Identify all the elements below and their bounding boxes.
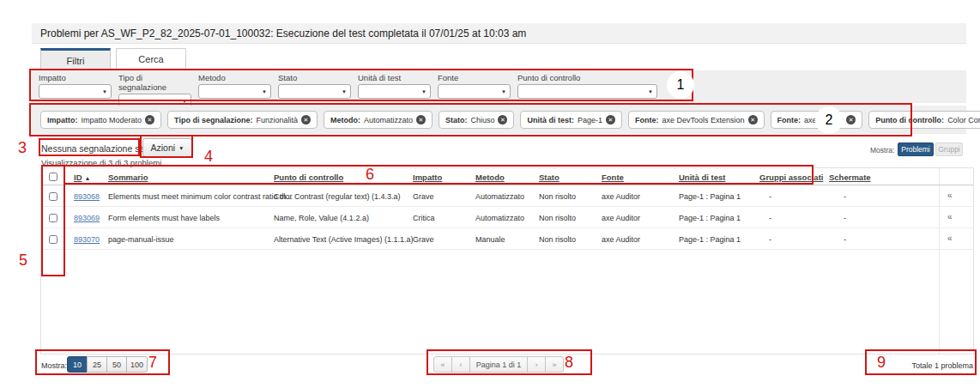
issue-impact: Grave (413, 235, 434, 244)
issue-groups: - (769, 235, 771, 244)
issue-status: Non risolto (539, 214, 576, 222)
issue-screens: - (844, 214, 846, 222)
view-problemi-button[interactable]: Problemi (898, 142, 934, 156)
annotation-label-7: 7 (148, 354, 157, 372)
page-size-10-button[interactable]: 10 (67, 356, 88, 373)
page-size-50-button[interactable]: 50 (106, 356, 127, 373)
column-header-impatto[interactable]: Impatto (413, 173, 442, 182)
metodo-dropdown[interactable]: ▼ (198, 84, 271, 99)
chip-unita-di-test: Unità di test:Page-1✕ (520, 111, 622, 129)
issue-status: Non risolto (539, 192, 576, 201)
issue-screens: - (844, 192, 846, 201)
issue-checkpoint: Name, Role, Value (4.1.2.a) (274, 214, 369, 222)
tab-cerca[interactable]: Cerca (116, 48, 186, 70)
issue-source: axe Auditor (602, 235, 640, 244)
table-header-row: ID▲ Sommario Punto di controllo Impatto … (41, 168, 973, 185)
filter-label: Tipo di segnalazione (118, 73, 191, 92)
chevron-down-icon: ▼ (182, 99, 187, 104)
total-count: Totale 1 problema (911, 361, 973, 370)
column-header-sommario[interactable]: Sommario (108, 173, 148, 182)
annotation-label-5: 5 (19, 252, 27, 270)
results-summary: Visualizzazione di 3 di 3 problemi (41, 158, 161, 167)
column-header-gruppi-associati[interactable]: Gruppi associati (759, 173, 823, 182)
punto-di-controllo-dropdown[interactable]: ▼ (517, 84, 657, 99)
page-size-100-button[interactable]: 100 (126, 356, 148, 373)
row-checkbox[interactable] (49, 214, 57, 222)
chevron-down-icon: ▼ (102, 89, 107, 94)
chip-close-icon[interactable]: ✕ (748, 115, 758, 124)
issue-id-link[interactable]: 893070 (74, 235, 100, 244)
last-page-button[interactable]: » (545, 356, 564, 373)
page-title: Problemi per AS_WF_P2_82_2025-07-01_1000… (40, 27, 526, 39)
filter-chips-panel: Impatto:Impatto Moderato✕ Tipo di segnal… (32, 106, 966, 134)
impatto-dropdown[interactable]: ▼ (39, 84, 112, 99)
column-header-schermate[interactable]: Schermate (829, 173, 871, 182)
page-size-group: 10 25 50 100 (67, 356, 148, 373)
issue-method: Automatizzato (475, 192, 524, 201)
table-row: 893070 page-manual-issue Alternative Tex… (41, 228, 973, 250)
issue-impact: Grave (413, 192, 434, 201)
annotation-label-4: 4 (204, 148, 213, 166)
issue-test-unit: Page-1 : Pagina 1 (679, 235, 741, 244)
filter-label: Punto di controllo (517, 73, 657, 82)
issue-groups: - (769, 214, 771, 222)
annotation-label-9: 9 (877, 354, 886, 372)
issue-test-unit: Page-1 : Pagina 1 (679, 192, 741, 201)
filter-group-stato: Stato ▼ (278, 73, 351, 99)
chip-close-icon[interactable]: ✕ (498, 115, 507, 124)
issue-method: Automatizzato (475, 214, 524, 222)
chevron-down-icon: ▼ (501, 89, 506, 94)
issue-status: Non risolto (539, 235, 576, 244)
issue-id-link[interactable]: 893068 (74, 192, 100, 201)
chip-close-icon[interactable]: ✕ (416, 115, 426, 124)
issue-impact: Critica (413, 214, 435, 222)
filter-group-impatto: Impatto ▼ (39, 73, 112, 99)
select-all-checkbox[interactable] (49, 173, 57, 181)
current-page-indicator: Pagina 1 di 1 (469, 356, 528, 373)
chevron-down-icon: ▼ (342, 89, 347, 94)
chip-close-icon[interactable]: ✕ (301, 115, 311, 124)
column-header-unita-di-test[interactable]: Unità di test (679, 173, 725, 182)
issue-checkpoint: Alternative Text (Active Images) (1.1.1.… (274, 235, 413, 244)
issue-groups: - (769, 192, 771, 201)
chip-fonte-auditor: Fonte:axe Auditor✕ (771, 111, 863, 129)
filter-label: Unità di test (358, 73, 431, 82)
row-checkbox[interactable] (49, 235, 57, 244)
chip-tipo-segnalazione: Tipo di segnalazione:Funzionalità✕ (167, 111, 318, 129)
chip-close-icon[interactable]: ✕ (606, 115, 615, 124)
column-header-punto-di-controllo[interactable]: Punto di controllo (274, 173, 343, 182)
chip-impatto: Impatto:Impatto Moderato✕ (40, 111, 161, 129)
prev-page-button[interactable]: ‹ (451, 356, 470, 373)
column-header-metodo[interactable]: Metodo (475, 173, 505, 182)
issues-table: ID▲ Sommario Punto di controllo Impatto … (40, 167, 974, 355)
actions-button[interactable]: Azioni ▼ (142, 138, 192, 157)
stato-dropdown[interactable]: ▼ (278, 84, 351, 99)
first-page-button[interactable]: « (433, 356, 452, 373)
tab-bar: Filtri Cerca (40, 48, 186, 70)
collapse-icon[interactable]: « (947, 212, 953, 221)
collapse-icon[interactable]: « (947, 191, 953, 200)
view-gruppi-button[interactable]: Gruppi (935, 142, 963, 156)
issue-summary: Form elements must have labels (108, 214, 220, 222)
tab-filtri[interactable]: Filtri (40, 48, 111, 70)
chip-fonte-devtools: Fonte:axe DevTools Extension✕ (628, 111, 765, 129)
collapse-icon[interactable]: « (947, 233, 953, 243)
filter-group-fonte: Fonte ▼ (438, 73, 511, 99)
column-header-stato[interactable]: Stato (539, 173, 560, 182)
unita-di-test-dropdown[interactable]: ▼ (358, 84, 431, 99)
row-checkbox[interactable] (49, 192, 57, 201)
issue-method: Manuale (475, 235, 505, 244)
chip-close-icon[interactable]: ✕ (145, 115, 154, 124)
page-size-25-button[interactable]: 25 (87, 356, 107, 373)
column-header-id[interactable]: ID▲ (74, 173, 90, 182)
issue-id-link[interactable]: 893069 (74, 214, 100, 222)
fonte-dropdown[interactable]: ▼ (438, 84, 511, 99)
column-header-fonte[interactable]: Fonte (602, 173, 624, 182)
chip-close-icon[interactable]: ✕ (846, 115, 856, 124)
chevron-down-icon: ▼ (421, 89, 426, 94)
issue-source: axe Auditor (602, 192, 640, 201)
issue-summary: Elements must meet minimum color contras… (108, 192, 293, 201)
chip-stato: Stato:Chiuso✕ (439, 111, 515, 129)
next-page-button[interactable]: › (527, 356, 546, 373)
chip-metodo: Metodo:Automatizzato✕ (324, 111, 433, 129)
